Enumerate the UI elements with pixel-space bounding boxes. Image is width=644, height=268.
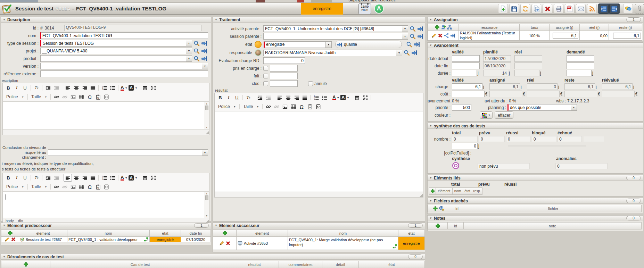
add-element-lie-button[interactable] (429, 187, 436, 195)
calendar-date-icon[interactable]: 15/09 2020 (358, 3, 371, 14)
dropdown-arrow-icon[interactable]: ▼ (325, 42, 331, 48)
column-header[interactable]: assigné (j) (550, 24, 580, 31)
link-button[interactable] (52, 183, 60, 191)
column-header[interactable]: élément (19, 229, 67, 237)
column-header[interactable]: état (359, 261, 425, 268)
column-header[interactable]: note (464, 222, 642, 229)
transition-qualifie-button[interactable]: qualifié (335, 41, 402, 48)
column-header[interactable]: fichier (465, 205, 642, 212)
dropdown-arrow-icon[interactable]: ▼ (202, 63, 208, 69)
size-select[interactable]: Taille▼ (241, 103, 261, 110)
dropdown-arrow-icon[interactable]: ▼ (186, 56, 192, 61)
dropdown-arrow-icon[interactable]: ▼ (571, 104, 577, 110)
clos-checkbox[interactable] (263, 81, 268, 86)
table-button[interactable] (77, 93, 85, 101)
maximize-button[interactable] (149, 174, 157, 182)
annule-checkbox[interactable] (308, 81, 313, 86)
size-select[interactable]: Taille▼ (29, 183, 49, 191)
etat-select[interactable]: enregistré▼ (264, 41, 332, 48)
column-header[interactable]: id (448, 222, 464, 229)
resize-grip[interactable] (420, 194, 423, 197)
editor-scrollbar[interactable]: ▲▼ (204, 192, 209, 218)
copy-format-button[interactable] (353, 94, 361, 101)
dropdown-arrow-icon[interactable]: ▼ (186, 48, 192, 54)
column-header[interactable]: état (398, 229, 425, 237)
column-header[interactable]: ressource (459, 24, 520, 31)
effacer-button[interactable]: effacer (495, 111, 513, 119)
synthese-panel-header[interactable]: ▼ synthèse des cas de tests (428, 123, 643, 129)
image-button[interactable] (69, 183, 77, 191)
add-user-icon[interactable] (441, 25, 446, 30)
nom-cell[interactable]: FCT_QV5400_1: Marge validation développe… (288, 237, 398, 250)
add-file-icon[interactable] (433, 206, 438, 211)
lookup-button[interactable] (193, 40, 200, 47)
column-header[interactable]: résultat (230, 261, 279, 268)
justify-button[interactable] (300, 94, 309, 101)
column-header[interactable]: état (150, 229, 181, 237)
table-button[interactable] (289, 103, 297, 110)
notes-panel-header[interactable]: ▼ Notes 0 (428, 216, 643, 221)
conclusion-risque-select[interactable]: ▼ (48, 149, 208, 156)
add-note-button[interactable] (428, 222, 448, 229)
text-color-button[interactable]: A▼ (332, 94, 340, 101)
fichiers-panel-header[interactable]: ▼ Fichiers attachés 0 (428, 198, 643, 204)
add-resource-icon[interactable] (435, 25, 440, 30)
lookup-button[interactable] (410, 26, 416, 32)
paste-word-button[interactable] (94, 183, 102, 191)
unlink-button[interactable] (272, 103, 281, 110)
dropdown-arrow-icon[interactable]: ▼ (396, 50, 402, 56)
delete-icon[interactable] (438, 33, 443, 38)
delete-button[interactable] (543, 4, 552, 14)
italic-button[interactable]: I (224, 94, 233, 101)
bold-button[interactable]: B (4, 84, 13, 92)
font-select[interactable]: Police▼ (4, 183, 26, 191)
charge-tests-input[interactable] (452, 143, 478, 149)
align-left-button[interactable] (64, 84, 72, 92)
add-successeur-button[interactable] (213, 229, 237, 237)
maximize-button[interactable] (361, 94, 369, 101)
special-char-button[interactable]: Ω (85, 183, 94, 191)
remove-format-button[interactable]: Tx (32, 84, 41, 92)
requalification-editor-content[interactable]: ▲▼ (3, 191, 209, 218)
edit-icon[interactable] (431, 33, 437, 38)
share-icon[interactable] (444, 33, 449, 38)
text-color-button[interactable]: A▼ (120, 84, 128, 92)
source-button[interactable] (102, 183, 110, 191)
size-select[interactable]: Taille▼ (29, 93, 49, 101)
table-row[interactable]: Session de test #2567 FCT_QV5400_1 : val… (1, 237, 211, 242)
goto-button[interactable] (201, 56, 207, 62)
table-row[interactable]: Activité #3653 FCT_QV5400_1: Marge valid… (213, 237, 425, 250)
column-header[interactable]: élément (436, 187, 453, 195)
goto-button[interactable] (417, 26, 423, 32)
delete-icon[interactable] (11, 237, 16, 242)
goto-button[interactable] (417, 33, 423, 40)
goto-button[interactable] (201, 40, 207, 47)
unlink-button[interactable] (60, 183, 69, 191)
new-button[interactable] (498, 4, 508, 14)
align-right-button[interactable] (80, 174, 89, 182)
ordered-list-button[interactable] (100, 174, 108, 182)
email-button[interactable] (576, 4, 586, 14)
table-row[interactable]: RALISON Falinantenaina (Testeur logiciel… (428, 31, 643, 41)
column-header[interactable]: date fin (181, 229, 211, 237)
attachment-dropzone[interactable] (635, 4, 644, 14)
goto-button[interactable] (411, 50, 418, 56)
deroulements-panel-header[interactable]: ▼ Déroulements de cas de test 0 (1, 254, 425, 260)
element-cell[interactable]: Activité #3653 (237, 237, 288, 250)
refresh-button[interactable] (520, 4, 530, 14)
duplicate-button[interactable] (531, 4, 541, 14)
column-header[interactable]: commentaires (279, 261, 322, 268)
outdent-button[interactable] (264, 94, 272, 101)
copy-format-button[interactable] (141, 84, 149, 92)
duree-valide-input[interactable] (452, 70, 477, 76)
column-header[interactable]: détail (322, 261, 359, 268)
justify-button[interactable] (89, 174, 97, 182)
user-avatar[interactable]: A (374, 4, 384, 14)
align-right-button[interactable] (80, 84, 89, 92)
copy-format-button[interactable] (141, 174, 149, 182)
align-right-button[interactable] (292, 94, 300, 101)
planning-select[interactable]: dès que possible▼ (507, 104, 577, 111)
save-button[interactable] (509, 4, 519, 14)
rss-button[interactable] (587, 4, 597, 14)
goto-icon[interactable] (450, 33, 455, 38)
